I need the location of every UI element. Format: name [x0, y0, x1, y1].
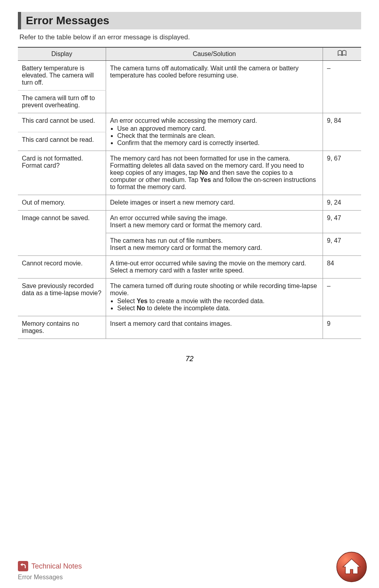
table-row: Battery temperature is elevated. The cam… [18, 61, 361, 91]
cell-display: This card cannot be used. [18, 113, 106, 132]
th-ref [323, 47, 362, 61]
breadcrumb: Error Messages [18, 574, 361, 581]
cell-cause: An error occurred while accessing the me… [106, 113, 323, 151]
section-badge[interactable]: Technical Notes [18, 561, 82, 571]
cell-ref: 9, 47 [323, 233, 362, 256]
cell-cause: The memory card has not been formatted f… [106, 151, 323, 195]
page-title: Error Messages [18, 12, 361, 29]
cell-display: Cannot record movie. [18, 256, 106, 279]
cell-display: Save previously recorded data as a time-… [18, 279, 106, 316]
cell-cause: Delete images or insert a new memory car… [106, 195, 323, 211]
cause-bullet: Select Yes to create a movie with the re… [117, 298, 319, 305]
cause-bullet: Check that the terminals are clean. [117, 132, 319, 139]
table-row: Cannot record movie. A time-out error oc… [18, 256, 361, 279]
cell-cause: The camera turned off during route shoot… [106, 279, 323, 316]
th-cause: Cause/Solution [106, 47, 323, 61]
home-button[interactable] [336, 551, 367, 582]
table-row: Card is not formatted. Format card? The … [18, 151, 361, 195]
cell-ref: 84 [323, 256, 362, 279]
cell-cause: An error occurred while saving the image… [106, 211, 323, 233]
cell-display: Card is not formatted. Format card? [18, 151, 106, 195]
cell-ref: 9, 47 [323, 211, 362, 233]
cell-cause: A time-out error occurred while saving t… [106, 256, 323, 279]
cell-ref: – [323, 61, 362, 113]
back-arrow-icon [18, 561, 28, 571]
intro-text: Refer to the table below if an error mes… [19, 33, 360, 41]
cell-ref: 9, 84 [323, 113, 362, 151]
cell-ref: 9, 24 [323, 195, 362, 211]
cell-display: Image cannot be saved. [18, 211, 106, 256]
cell-display: Memory contains no images. [18, 316, 106, 339]
cell-ref: – [323, 279, 362, 316]
error-table: Display Cause/Solution Battery temperatu… [18, 47, 361, 339]
cause-lead: An error occurred while accessing the me… [110, 117, 257, 124]
cell-ref: 9 [323, 316, 362, 339]
cell-ref: 9, 67 [323, 151, 362, 195]
table-row: Out of memory. Delete images or insert a… [18, 195, 361, 211]
page-number: 72 [18, 355, 361, 363]
cell-display: This card cannot be read. [18, 132, 106, 151]
cell-display: The camera will turn off to prevent over… [18, 91, 106, 113]
th-display: Display [18, 47, 106, 61]
cause-bullet: Select No to delete the incomplete data. [117, 305, 319, 312]
section-label: Technical Notes [31, 562, 82, 571]
table-row: Save previously recorded data as a time-… [18, 279, 361, 316]
cell-cause: The camera turns off automatically. Wait… [106, 61, 323, 113]
table-row: Image cannot be saved. An error occurred… [18, 211, 361, 233]
cell-cause: The camera has run out of file numbers.I… [106, 233, 323, 256]
cell-display: Out of memory. [18, 195, 106, 211]
cause-lead: The camera turned off during route shoot… [110, 282, 317, 296]
cell-display: Battery temperature is elevated. The cam… [18, 61, 106, 91]
table-row: Memory contains no images. Insert a memo… [18, 316, 361, 339]
cause-bullet: Use an approved memory card. [117, 125, 319, 132]
table-row: This card cannot be used. An error occur… [18, 113, 361, 132]
cell-cause: Insert a memory card that contains image… [106, 316, 323, 339]
cause-bullet: Confirm that the memory card is correctl… [117, 139, 319, 147]
book-icon [338, 51, 346, 58]
